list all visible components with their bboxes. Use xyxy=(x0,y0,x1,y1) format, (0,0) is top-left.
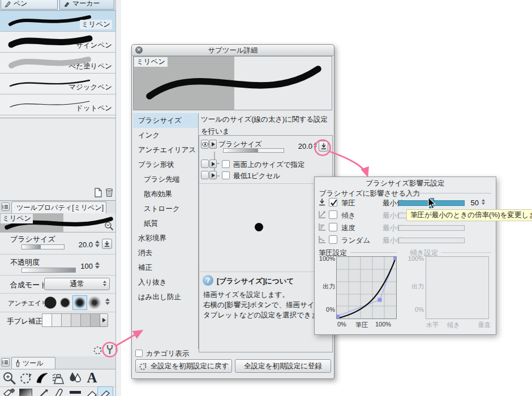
random-min-slider[interactable] xyxy=(398,238,465,243)
blend-mode-dropdown[interactable]: 通常 xyxy=(44,278,110,290)
settings-box: ブラシサイズ 20.0 画面上のサイズで指定 最低1ピクセル ? xyxy=(199,135,333,352)
dialog-titlebar[interactable]: ✕ サブツール詳細 xyxy=(132,45,334,56)
stabilization-step[interactable] xyxy=(91,313,100,327)
category-brush-size[interactable]: ブラシサイズ xyxy=(133,113,198,128)
category-texture[interactable]: 紙質 xyxy=(133,216,198,231)
pressure-checkbox[interactable] xyxy=(329,198,337,206)
velocity-icon[interactable] xyxy=(318,223,326,231)
zoom-tool-icon[interactable] xyxy=(2,371,16,385)
category-ink[interactable]: インク xyxy=(133,128,198,143)
min-pixel-checkbox[interactable] xyxy=(222,171,230,179)
rotate-tool-icon[interactable] xyxy=(19,371,33,385)
random-icon[interactable] xyxy=(318,235,326,244)
category-brush-tip[interactable]: ブラシ先端 xyxy=(133,172,198,187)
tool-property-preview[interactable]: ミリペン xyxy=(0,213,115,233)
opacity-spinner[interactable] xyxy=(95,262,100,269)
move-page-tool-icon[interactable] xyxy=(35,371,49,385)
brush-item-signpen[interactable]: サインペン xyxy=(0,32,115,53)
pen-pressure-icon[interactable] xyxy=(318,198,326,206)
velocity-checkbox[interactable] xyxy=(329,223,337,231)
tab-marker[interactable]: マーカー xyxy=(59,0,114,10)
brush-size-value[interactable]: 20.0 xyxy=(71,240,93,249)
screen-size-checkbox[interactable] xyxy=(222,160,230,168)
marker-tool-selected-chip[interactable] xyxy=(97,386,113,396)
popup-title: ブラシサイズ影響元設定 xyxy=(315,179,496,188)
category-correction[interactable]: 補正 xyxy=(133,260,198,275)
category-erase[interactable]: 消去 xyxy=(133,246,198,260)
reset-defaults-icon[interactable] xyxy=(93,346,102,355)
brush-size-source-button[interactable] xyxy=(102,239,112,249)
stabilization-expand-button[interactable] xyxy=(100,313,108,327)
settings-brush-size-spinner[interactable] xyxy=(314,143,317,148)
category-brush-shape[interactable]: ブラシ形状 xyxy=(133,157,198,172)
tilt-checkbox[interactable] xyxy=(329,210,337,219)
eraser-tool-icon[interactable] xyxy=(84,388,98,396)
left-panel-gutter[interactable] xyxy=(115,0,121,396)
velocity-min-slider[interactable] xyxy=(398,225,465,231)
figure-tool-icon[interactable] xyxy=(35,388,49,396)
tool-property-tab[interactable]: ツールプロパティ[ミリペン] xyxy=(11,201,106,213)
panel-menu-icon[interactable] xyxy=(1,203,10,211)
expand-row-button[interactable] xyxy=(209,171,217,179)
random-checkbox[interactable] xyxy=(329,235,337,244)
anti-aliasing-spinner[interactable] xyxy=(105,298,110,305)
paint-tool-icon[interactable] xyxy=(2,388,16,396)
stabilization-step[interactable] xyxy=(81,313,91,327)
settings-brush-size-slider[interactable] xyxy=(223,148,284,153)
aa-option-strong[interactable] xyxy=(87,295,102,310)
pressure-spinner[interactable] xyxy=(482,199,485,205)
aa-option-medium-selected[interactable] xyxy=(72,295,87,310)
brush-size-spinner[interactable] xyxy=(95,240,100,247)
reset-all-button[interactable]: 全設定を初期設定に戻す xyxy=(135,359,232,373)
tab-marker-label: マーカー xyxy=(72,0,100,8)
dialog-brush-preview[interactable]: ミリペン xyxy=(133,56,332,110)
text-tool-icon[interactable]: A xyxy=(85,370,99,385)
aa-option-none[interactable] xyxy=(43,295,58,310)
pressure-curve-graph[interactable] xyxy=(336,256,397,319)
gradient-tool-icon[interactable] xyxy=(19,389,32,396)
wrench-icon[interactable] xyxy=(105,344,114,355)
category-stroke[interactable]: ストローク xyxy=(133,201,198,216)
new-subtool-icon[interactable] xyxy=(94,188,102,197)
frame-tool-icon[interactable] xyxy=(68,388,83,396)
opacity-value[interactable]: 100 xyxy=(71,262,93,270)
category-anti-aliasing[interactable]: アンチエイリアス xyxy=(133,143,198,157)
curve-handle[interactable] xyxy=(337,315,340,318)
brush-item-magicpen[interactable]: マジックペン xyxy=(0,74,115,94)
stabilization-step[interactable] xyxy=(62,313,71,327)
expand-row-button[interactable] xyxy=(209,140,217,149)
aa-option-weak[interactable] xyxy=(58,295,72,310)
brush-item-dotpen[interactable]: ドットペン xyxy=(0,94,115,115)
airbrush-tool-icon[interactable] xyxy=(52,371,66,385)
stabilization-step[interactable] xyxy=(52,313,62,327)
pressure-value[interactable]: 50 xyxy=(465,199,479,207)
expand-row-button[interactable] xyxy=(209,160,217,168)
visibility-toggle-button[interactable] xyxy=(201,160,209,168)
tab-pen[interactable]: ペン xyxy=(1,0,58,10)
trash-icon[interactable] xyxy=(105,187,114,197)
category-view-checkbox[interactable] xyxy=(135,350,143,357)
category-watercolor-edge[interactable]: 水彩境界 xyxy=(133,231,198,246)
tilt-icon[interactable] xyxy=(318,210,326,219)
blend-tool-icon[interactable] xyxy=(68,371,83,385)
category-anti-overflow[interactable]: はみ出し防止 xyxy=(133,290,198,304)
visibility-toggle-button[interactable] xyxy=(201,171,209,179)
stabilization-step[interactable] xyxy=(71,313,81,327)
zoom-settings-icon[interactable] xyxy=(104,221,114,231)
brush-size-source-button[interactable] xyxy=(319,141,328,152)
curve-handle[interactable] xyxy=(378,298,382,302)
brush-item-millipen[interactable]: ミリペン xyxy=(0,11,115,32)
stick-tool-icon[interactable] xyxy=(52,388,66,396)
category-start-end[interactable]: 入り抜き xyxy=(133,275,198,290)
settings-brush-size-value[interactable]: 20.0 xyxy=(291,142,312,150)
brush-item-fillpen[interactable]: べた塗りペン xyxy=(0,53,115,74)
curve-handle[interactable] xyxy=(393,257,396,260)
stabilization-step[interactable] xyxy=(42,313,52,327)
panel-menu-icon[interactable] xyxy=(1,358,10,367)
opacity-slider[interactable] xyxy=(22,268,76,273)
visibility-toggle-button[interactable] xyxy=(201,140,209,149)
brush-size-slider[interactable] xyxy=(22,244,65,249)
category-spraying[interactable]: 散布効果 xyxy=(133,187,198,201)
tool-panel-tab[interactable]: ツール xyxy=(11,357,55,369)
register-all-button[interactable]: 全設定を初期設定に登録 xyxy=(235,359,331,373)
